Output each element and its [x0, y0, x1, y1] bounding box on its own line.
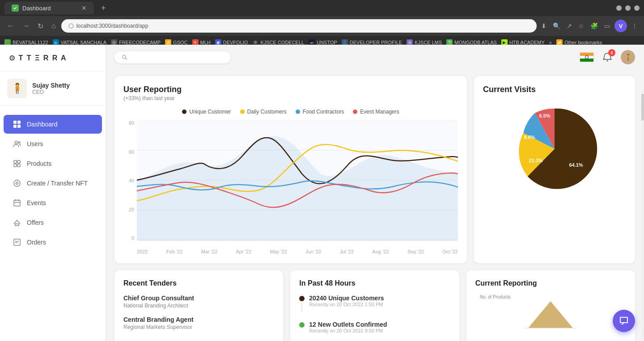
users-icon	[13, 139, 21, 148]
svg-rect-15	[14, 239, 20, 245]
svg-rect-9	[17, 160, 20, 163]
share-button[interactable]: ↗	[565, 21, 574, 31]
user-name: Sujay Shetty	[32, 82, 70, 89]
chart-area	[137, 120, 458, 241]
x-label-2022: 2022	[137, 249, 148, 254]
svg-point-6	[15, 141, 17, 144]
bar-chart-ylabel: No. of Products	[480, 295, 511, 299]
x-label-jun: Jun '22	[305, 249, 321, 254]
menu-button[interactable]: ⋮	[630, 21, 640, 31]
back-button[interactable]: ←	[4, 20, 17, 32]
forward-button[interactable]: →	[20, 20, 32, 32]
sidebar-item-products[interactable]: Products	[4, 154, 102, 173]
sidebar-item-events[interactable]: Events	[4, 194, 102, 212]
tab-title: Dashboard	[22, 5, 51, 12]
close-tab-icon[interactable]: ✕	[81, 4, 87, 12]
sidebar-item-offers[interactable]: Offers	[4, 213, 102, 232]
sidebar-label-nft: Create / Transfer NFT	[27, 180, 88, 187]
dashboard-icon	[13, 120, 21, 129]
chat-icon	[619, 316, 629, 326]
logo-area: ⊙ T T Ξ R R A	[0, 45, 106, 72]
chat-button[interactable]	[613, 310, 635, 332]
svg-line-17	[125, 58, 127, 60]
orders-icon	[13, 238, 21, 247]
y-label-80: 80	[129, 120, 134, 126]
legend-dot-food	[296, 109, 300, 114]
stat-dot-1	[299, 296, 305, 301]
notification-badge: 2	[608, 49, 615, 56]
sidebar-item-orders[interactable]: Orders	[4, 233, 102, 252]
user-reporting-card: User Reporting (+33%) than last year Uni…	[114, 76, 467, 263]
topbar-right: 2 🧍	[580, 50, 635, 64]
x-label-mar: Mar '22	[201, 249, 217, 254]
svg-rect-3	[17, 121, 21, 124]
legend-event: Event Managers	[353, 109, 399, 115]
sidebar-item-nft[interactable]: Create / Transfer NFT	[4, 174, 102, 193]
y-label-40: 40	[129, 178, 134, 183]
bar-chart-svg	[524, 299, 577, 330]
sidebar-item-users[interactable]: Users	[4, 135, 102, 153]
legend-label-unique: Unique Customer	[189, 109, 231, 115]
svg-point-12	[14, 180, 20, 186]
zoom-button[interactable]: 🔍	[551, 21, 562, 31]
svg-rect-8	[14, 160, 17, 163]
topbar: 2 🧍	[106, 45, 644, 70]
svg-text:8.0%: 8.0%	[524, 135, 535, 140]
legend-dot-event	[353, 109, 357, 114]
new-tab-button[interactable]: +	[97, 4, 110, 13]
avatar: 🧍	[7, 79, 27, 98]
search-icon	[122, 54, 127, 60]
legend-daily: Daily Customers	[240, 109, 287, 115]
x-label-jul: Jul '22	[340, 249, 354, 254]
tender-name-1: Chief Group Consultant	[123, 295, 274, 302]
refresh-button[interactable]: ↻	[35, 20, 46, 32]
x-label-apr: Apr '22	[236, 249, 252, 254]
svg-text:64.1%: 64.1%	[569, 162, 583, 168]
stat-time-1: Recently on 20 Oct 2022 1:50 PM	[309, 302, 384, 307]
sidebar-label-users: Users	[27, 140, 43, 147]
svg-rect-11	[17, 164, 20, 167]
stat-value-1: 20240 Unique Customers	[309, 295, 384, 302]
past48-title: In Past 48 Hours	[299, 279, 450, 287]
pie-chart: 64.1% 21.3% 8.0% 6.5%	[510, 104, 599, 194]
past-48-hours-card: In Past 48 Hours 20240 Unique Customers …	[290, 270, 459, 341]
user-avatar-topbar[interactable]: 🧍	[621, 50, 635, 64]
x-label-sep: Sep '22	[407, 249, 424, 254]
lock-icon	[68, 23, 74, 29]
svg-rect-14	[15, 224, 19, 226]
search-box[interactable]	[114, 51, 231, 63]
home-button[interactable]: ⌂	[49, 20, 59, 32]
svg-point-7	[18, 142, 20, 143]
svg-marker-28	[528, 301, 573, 328]
tender-name-2: Central Branding Agent	[123, 316, 274, 323]
legend-label-food: Food Contractors	[303, 109, 344, 115]
notification-button[interactable]: 2	[600, 50, 614, 64]
extensions-button[interactable]: 🧩	[589, 21, 600, 31]
tender-role-1: National Branding Architect	[123, 303, 274, 309]
legend-food: Food Contractors	[296, 109, 344, 115]
legend-dot-daily	[240, 109, 245, 114]
svg-rect-13	[14, 200, 20, 206]
sidebar-label-dashboard: Dashboard	[27, 121, 58, 128]
search-input[interactable]	[131, 54, 224, 61]
sidebar-item-dashboard[interactable]: Dashboard	[4, 115, 102, 134]
bookmark-star[interactable]: ☆	[576, 21, 586, 31]
sidebar-label-events: Events	[27, 199, 46, 206]
profile-button[interactable]: V	[614, 20, 627, 32]
sidebar-toggle[interactable]: ▭	[602, 21, 612, 31]
stat-time-2: Recently on 20 Oct 2022 9:50 PM	[309, 328, 387, 333]
address-bar[interactable]: localhost:3000/dashboard/app	[61, 19, 537, 33]
browser-tab[interactable]: Dashboard ✕	[4, 2, 94, 14]
legend-unique: Unique Customer	[182, 109, 231, 115]
sidebar-label-products: Products	[27, 160, 51, 167]
tender-item-1: Chief Group Consultant National Branding…	[123, 295, 274, 309]
current-visits-card: Current Visits	[474, 76, 635, 263]
svg-rect-2	[13, 121, 17, 124]
close-window-icon[interactable]	[634, 5, 640, 11]
user-card: 🧍 Sujay Shetty CEO	[0, 72, 106, 106]
legend-label-event: Event Managers	[360, 109, 399, 115]
svg-point-18	[607, 60, 608, 62]
legend-label-daily: Daily Customers	[247, 109, 287, 115]
svg-text:6.5%: 6.5%	[539, 113, 550, 118]
download-button[interactable]: ⬇	[539, 21, 548, 31]
